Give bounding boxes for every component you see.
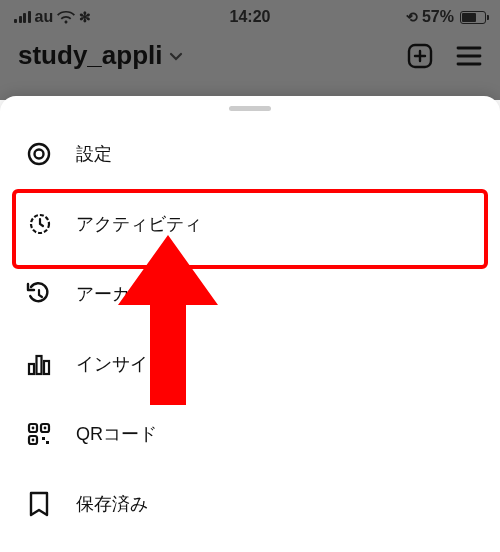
qrcode-icon [24, 419, 54, 449]
menu-label: アーカイブ [76, 282, 166, 306]
chevron-down-icon [168, 48, 184, 64]
svg-point-11 [44, 427, 47, 430]
menu-label: 保存済み [76, 492, 148, 516]
bottom-sheet-menu: 設定 アクティビティ アーカイブ インサイト QRコード 保存済み [0, 96, 500, 552]
wifi-icon [57, 11, 75, 24]
rotation-lock-icon: ⟲ [406, 9, 418, 25]
svg-point-12 [32, 439, 35, 442]
svg-rect-6 [44, 361, 49, 374]
menu-item-settings[interactable]: 設定 [0, 119, 500, 189]
insights-chart-icon [24, 349, 54, 379]
bookmark-icon [24, 489, 54, 519]
create-icon[interactable] [406, 42, 434, 70]
hamburger-menu-icon[interactable] [456, 45, 482, 67]
menu-label: 設定 [76, 142, 112, 166]
username-dropdown[interactable]: study_appli [18, 40, 184, 71]
svg-rect-13 [42, 437, 45, 440]
svg-point-1 [29, 144, 49, 164]
menu-label: インサイト [76, 352, 166, 376]
menu-label: アクティビティ [76, 212, 202, 236]
signal-icon [14, 11, 31, 23]
battery-icon [460, 11, 486, 24]
battery-percent: 57% [422, 8, 454, 26]
svg-point-10 [32, 427, 35, 430]
profile-header: study_appli [0, 30, 500, 83]
svg-rect-5 [37, 356, 42, 374]
menu-item-saved[interactable]: 保存済み [0, 469, 500, 539]
status-bar: au ✻ 14:20 ⟲ 57% [0, 0, 500, 30]
clock: 14:20 [230, 8, 271, 26]
menu-item-activity[interactable]: アクティビティ [0, 189, 500, 259]
menu-item-qrcode[interactable]: QRコード [0, 399, 500, 469]
menu-label: QRコード [76, 422, 157, 446]
dimmed-backdrop: au ✻ 14:20 ⟲ 57% study_appli [0, 0, 500, 100]
svg-rect-4 [29, 364, 34, 374]
menu-item-archive[interactable]: アーカイブ [0, 259, 500, 329]
svg-point-2 [35, 150, 44, 159]
svg-rect-14 [46, 441, 49, 444]
username-label: study_appli [18, 40, 162, 71]
carrier-label: au [35, 8, 54, 26]
gear-icon [24, 139, 54, 169]
loading-icon: ✻ [79, 9, 91, 25]
archive-clock-icon [24, 279, 54, 309]
activity-clock-icon [24, 209, 54, 239]
sheet-grabber[interactable] [229, 106, 271, 111]
menu-item-insights[interactable]: インサイト [0, 329, 500, 399]
